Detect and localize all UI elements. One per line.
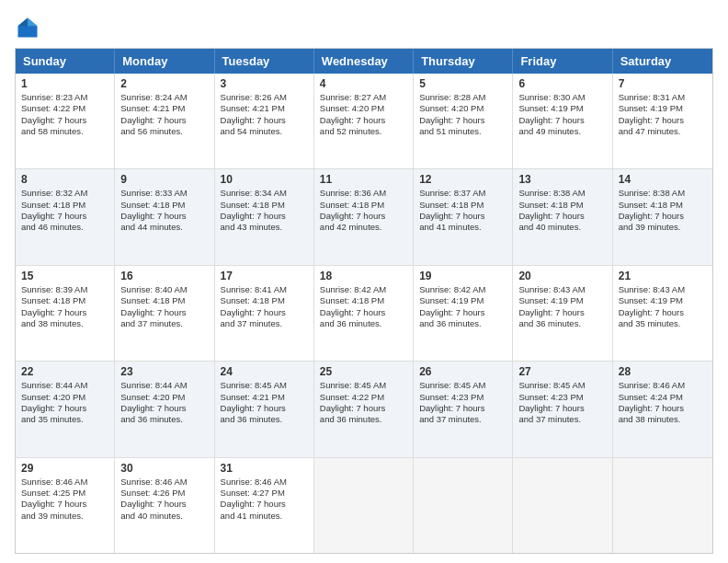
cell-info-line: Sunrise: 8:24 AM — [120, 92, 208, 103]
cell-info-line: and 42 minutes. — [320, 222, 407, 233]
day-number: 12 — [419, 173, 506, 186]
calendar-cell-28: 28Sunrise: 8:46 AMSunset: 4:24 PMDayligh… — [613, 362, 712, 456]
cell-info-line: Sunrise: 8:34 AM — [221, 188, 308, 199]
calendar-cell-7: 7Sunrise: 8:31 AMSunset: 4:19 PMDaylight… — [613, 74, 712, 168]
cell-info-line: Sunset: 4:24 PM — [619, 392, 707, 403]
header — [15, 15, 713, 40]
cell-info-line: Sunrise: 8:45 AM — [419, 380, 506, 391]
cell-info-line: Daylight: 7 hours — [518, 115, 606, 126]
cell-info-line: Sunrise: 8:46 AM — [120, 477, 208, 488]
cell-info-line: Sunset: 4:26 PM — [120, 488, 208, 499]
cell-info-line: and 40 minutes. — [120, 511, 208, 522]
day-number: 4 — [320, 77, 407, 90]
calendar-cell-22: 22Sunrise: 8:44 AMSunset: 4:20 PMDayligh… — [16, 362, 115, 456]
day-number: 17 — [221, 270, 308, 282]
cell-info-line: Sunset: 4:20 PM — [120, 392, 208, 403]
cell-info-line: Daylight: 7 hours — [619, 211, 707, 222]
cell-info-line: Sunrise: 8:43 AM — [518, 284, 606, 295]
cell-info-line: Sunset: 4:18 PM — [518, 200, 606, 211]
cell-info-line: Sunset: 4:19 PM — [518, 103, 606, 114]
cell-info-line: and 39 minutes. — [619, 222, 707, 233]
cell-info-line: Sunrise: 8:45 AM — [518, 380, 606, 391]
calendar-cell-23: 23Sunrise: 8:44 AMSunset: 4:20 PMDayligh… — [115, 362, 214, 456]
day-number: 13 — [518, 173, 606, 186]
calendar-cell-27: 27Sunrise: 8:45 AMSunset: 4:23 PMDayligh… — [513, 362, 612, 456]
header-day-monday: Monday — [115, 49, 214, 74]
cell-info-line: Daylight: 7 hours — [120, 499, 208, 510]
day-number: 11 — [320, 173, 407, 186]
cell-info-line: Sunset: 4:22 PM — [21, 103, 108, 114]
day-number: 19 — [419, 270, 506, 282]
cell-info-line: and 47 minutes. — [619, 126, 707, 137]
calendar-cell-26: 26Sunrise: 8:45 AMSunset: 4:23 PMDayligh… — [414, 362, 513, 456]
cell-info-line: Daylight: 7 hours — [120, 115, 208, 126]
cell-info-line: Sunrise: 8:46 AM — [221, 477, 308, 488]
calendar-cell-3: 3Sunrise: 8:26 AMSunset: 4:21 PMDaylight… — [215, 74, 314, 168]
calendar-cell-empty-4-6 — [613, 458, 712, 553]
cell-info-line: and 56 minutes. — [120, 126, 208, 137]
cell-info-line: and 49 minutes. — [518, 126, 606, 137]
day-number: 14 — [619, 173, 707, 186]
cell-info-line: and 37 minutes. — [419, 414, 506, 425]
day-number: 16 — [120, 270, 208, 282]
day-number: 31 — [221, 462, 308, 475]
cell-info-line: Sunrise: 8:46 AM — [21, 477, 108, 488]
cell-info-line: Sunrise: 8:43 AM — [619, 284, 707, 295]
day-number: 28 — [619, 365, 707, 378]
calendar-cell-6: 6Sunrise: 8:30 AMSunset: 4:19 PMDaylight… — [513, 74, 612, 168]
day-number: 5 — [419, 77, 506, 90]
cell-info-line: and 51 minutes. — [419, 126, 506, 137]
cell-info-line: Daylight: 7 hours — [120, 211, 208, 222]
cell-info-line: Sunset: 4:18 PM — [21, 295, 108, 306]
day-number: 8 — [21, 173, 108, 186]
cell-info-line: Sunrise: 8:32 AM — [21, 188, 108, 199]
cell-info-line: Daylight: 7 hours — [221, 403, 308, 414]
calendar-cell-20: 20Sunrise: 8:43 AMSunset: 4:19 PMDayligh… — [513, 266, 612, 361]
cell-info-line: Daylight: 7 hours — [120, 403, 208, 414]
cell-info-line: Sunset: 4:23 PM — [419, 392, 506, 403]
cell-info-line: and 43 minutes. — [221, 222, 308, 233]
day-number: 21 — [619, 270, 707, 282]
calendar-cell-21: 21Sunrise: 8:43 AMSunset: 4:19 PMDayligh… — [613, 266, 712, 361]
calendar-cell-19: 19Sunrise: 8:42 AMSunset: 4:19 PMDayligh… — [414, 266, 513, 361]
cell-info-line: and 46 minutes. — [21, 222, 108, 233]
day-number: 25 — [320, 365, 407, 378]
cell-info-line: and 41 minutes. — [221, 511, 308, 522]
calendar-row-0: 1Sunrise: 8:23 AMSunset: 4:22 PMDaylight… — [16, 74, 712, 168]
cell-info-line: Daylight: 7 hours — [21, 499, 108, 510]
day-number: 22 — [21, 365, 108, 378]
cell-info-line: Sunset: 4:18 PM — [21, 200, 108, 211]
header-day-friday: Friday — [513, 49, 612, 74]
cell-info-line: and 40 minutes. — [518, 222, 606, 233]
cell-info-line: Sunrise: 8:33 AM — [120, 188, 208, 199]
cell-info-line: and 36 minutes. — [518, 318, 606, 329]
cell-info-line: Sunset: 4:18 PM — [221, 295, 308, 306]
cell-info-line: Daylight: 7 hours — [21, 211, 108, 222]
cell-info-line: Daylight: 7 hours — [419, 403, 506, 414]
cell-info-line: and 58 minutes. — [21, 126, 108, 137]
cell-info-line: Sunset: 4:22 PM — [320, 392, 407, 403]
cell-info-line: Sunrise: 8:38 AM — [619, 188, 707, 199]
cell-info-line: Daylight: 7 hours — [619, 403, 707, 414]
cell-info-line: Sunset: 4:18 PM — [120, 295, 208, 306]
calendar-cell-empty-4-4 — [414, 458, 513, 553]
calendar-body: 1Sunrise: 8:23 AMSunset: 4:22 PMDaylight… — [16, 74, 712, 553]
calendar-cell-empty-4-5 — [513, 458, 612, 553]
cell-info-line: Sunset: 4:25 PM — [21, 488, 108, 499]
day-number: 24 — [221, 365, 308, 378]
cell-info-line: Sunrise: 8:31 AM — [619, 92, 707, 103]
calendar-row-4: 29Sunrise: 8:46 AMSunset: 4:25 PMDayligh… — [16, 457, 712, 553]
day-number: 3 — [221, 77, 308, 90]
cell-info-line: Daylight: 7 hours — [518, 403, 606, 414]
calendar-cell-16: 16Sunrise: 8:40 AMSunset: 4:18 PMDayligh… — [115, 266, 214, 361]
cell-info-line: Daylight: 7 hours — [21, 403, 108, 414]
header-day-wednesday: Wednesday — [314, 49, 414, 74]
calendar-cell-11: 11Sunrise: 8:36 AMSunset: 4:18 PMDayligh… — [314, 169, 414, 264]
cell-info-line: Sunrise: 8:44 AM — [21, 380, 108, 391]
cell-info-line: Sunrise: 8:41 AM — [221, 284, 308, 295]
cell-info-line: Daylight: 7 hours — [619, 115, 707, 126]
calendar: SundayMondayTuesdayWednesdayThursdayFrid… — [15, 48, 713, 554]
cell-info-line: and 36 minutes. — [320, 414, 407, 425]
cell-info-line: Sunset: 4:23 PM — [518, 392, 606, 403]
cell-info-line: Daylight: 7 hours — [221, 115, 308, 126]
